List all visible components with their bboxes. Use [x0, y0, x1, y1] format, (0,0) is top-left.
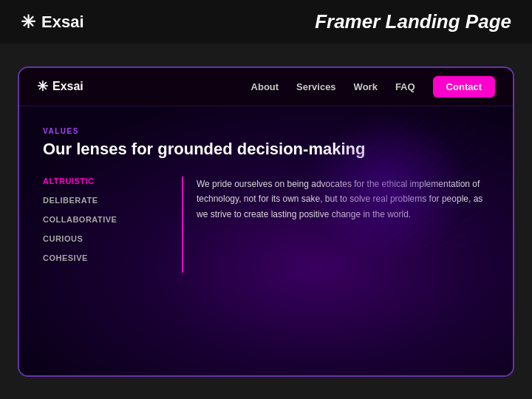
- navbar: ✳ Exsai About Services Work FAQ Contact: [19, 68, 513, 106]
- nav-link-services[interactable]: Services: [296, 81, 336, 92]
- value-item-cohesive[interactable]: COHESIVE: [43, 253, 161, 262]
- value-item-curious[interactable]: CURIOUS: [43, 234, 161, 243]
- value-description-text: We pride ourselves on being advocates fo…: [197, 177, 489, 222]
- top-bar-title: Framer Landing Page: [315, 10, 511, 33]
- main-heading: Our lenses for grounded decision-making: [43, 140, 489, 159]
- top-bar-star-icon: ✳: [21, 12, 35, 33]
- nav-logo: ✳ Exsai: [37, 78, 83, 95]
- top-bar: ✳ Exsai Framer Landing Page: [0, 0, 532, 44]
- values-list: ALTRUISTIC DELIBERATE COLLABORATIVE CURI…: [43, 177, 161, 273]
- browser-card: ✳ Exsai About Services Work FAQ Contact: [18, 66, 514, 377]
- nav-link-faq[interactable]: FAQ: [395, 81, 415, 92]
- values-label: VALUES: [43, 127, 489, 135]
- content-row: ALTRUISTIC DELIBERATE COLLABORATIVE CURI…: [43, 177, 489, 273]
- value-item-altruistic[interactable]: ALTRUISTIC: [43, 177, 161, 185]
- nav-link-about[interactable]: About: [251, 81, 279, 92]
- value-description-panel: We pride ourselves on being advocates fo…: [182, 177, 489, 273]
- page-content: VALUES Our lenses for grounded decision-…: [19, 106, 513, 375]
- value-item-deliberate[interactable]: DELIBERATE: [43, 196, 161, 205]
- top-bar-logo-text: Exsai: [41, 13, 84, 32]
- contact-button[interactable]: Contact: [433, 76, 495, 98]
- value-item-collaborative[interactable]: COLLABORATIVE: [43, 215, 161, 224]
- main-wrapper: ✳ Exsai About Services Work FAQ Contact: [0, 44, 532, 399]
- nav-logo-text: Exsai: [52, 80, 83, 93]
- nav-star-icon: ✳: [37, 78, 48, 95]
- nav-link-work[interactable]: Work: [354, 81, 378, 92]
- top-bar-logo: ✳ Exsai: [21, 12, 84, 33]
- nav-links: About Services Work FAQ Contact: [251, 76, 495, 98]
